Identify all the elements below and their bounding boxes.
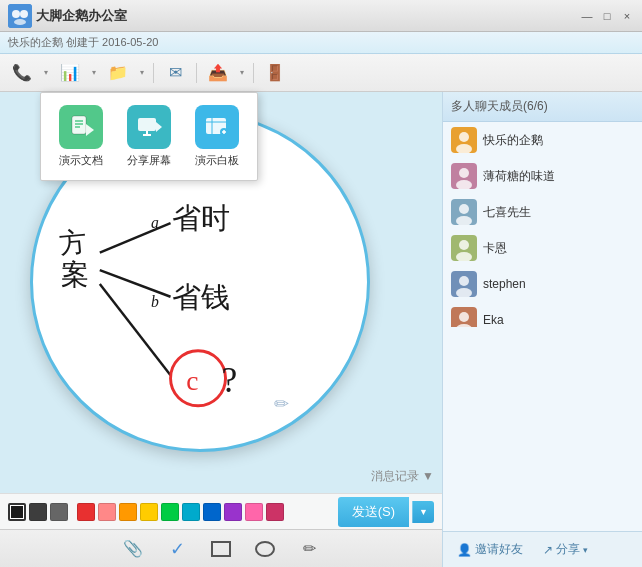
pen-tool[interactable]: ✏ [295,535,323,563]
svg-point-37 [459,168,469,178]
color-swatch-yellow[interactable] [140,503,158,521]
svg-text:省钱: 省钱 [172,281,230,313]
color-swatch-orange[interactable] [119,503,137,521]
ellipse-tool[interactable] [251,535,279,563]
color-swatch-pink[interactable] [245,503,263,521]
invite-icon: 👤 [457,543,472,557]
color-swatch-purple[interactable] [224,503,242,521]
svg-rect-4 [72,116,86,134]
svg-point-34 [256,542,274,556]
palette-bar: 发送(S) ▼ [0,493,442,529]
folder-button[interactable]: 📁 [102,58,134,88]
member-name: Eka [483,313,504,327]
color-swatch-black2[interactable] [29,503,47,521]
svg-rect-33 [212,542,230,556]
close-button[interactable]: × [620,9,634,23]
svg-point-35 [459,132,469,142]
svg-line-23 [100,270,171,297]
color-swatch-light-red[interactable] [98,503,116,521]
email-button[interactable]: ✉ [159,58,191,88]
message-history-link[interactable]: 消息记录 ▼ [371,468,434,485]
popup-item-screen[interactable]: 分享屏幕 [121,105,177,168]
share-dropdown[interactable]: ▾ [236,58,248,88]
popup-document-label: 演示文档 [59,153,103,168]
svg-line-24 [100,284,171,375]
exit-button[interactable]: 🚪 [259,58,291,88]
color-swatch-dark-pink[interactable] [266,503,284,521]
member-list: 快乐的企鹅 薄荷糖的味道 七喜先生 卡恩 [443,122,642,327]
chart-button[interactable]: 📊 [54,58,86,88]
color-swatch-teal[interactable] [182,503,200,521]
share-button[interactable]: ↗ 分享 ▾ [537,538,594,561]
svg-text:✏: ✏ [274,394,289,414]
svg-text:?: ? [222,360,238,400]
svg-text:省时: 省时 [172,202,230,234]
phone-icon: 📞 [12,63,32,82]
attach-tool[interactable]: 📎 [119,535,147,563]
exit-icon: 🚪 [265,63,285,82]
member-name: 薄荷糖的味道 [483,168,555,185]
chart-dropdown[interactable]: ▾ [88,58,100,88]
subtitle-text: 快乐的企鹅 创建于 2016-05-20 [8,35,158,50]
toolbar-divider-3 [253,63,254,83]
svg-text:b: b [151,293,159,310]
svg-line-22 [100,223,171,252]
color-swatch-gray[interactable] [50,503,68,521]
window-controls[interactable]: — □ × [580,9,634,23]
color-swatch-red[interactable] [77,503,95,521]
toolbar-divider-2 [196,63,197,83]
svg-point-39 [459,204,469,214]
share-button[interactable]: 📤 [202,58,234,88]
toolbar-divider-1 [153,63,154,83]
whiteboard-icon-box [195,105,239,149]
svg-point-2 [20,10,28,18]
app-title: 大脚企鹅办公室 [36,7,127,25]
chart-icon: 📊 [60,63,80,82]
popup-item-document[interactable]: 演示文档 [53,105,109,168]
member-item[interactable]: 七喜先生 [443,194,642,230]
member-item[interactable]: 薄荷糖的味道 [443,158,642,194]
svg-point-44 [456,288,472,297]
subtitle-bar: 快乐的企鹅 创建于 2016-05-20 [0,32,642,54]
avatar [451,271,477,297]
member-item[interactable]: Eka [443,302,642,327]
phone-dropdown[interactable]: ▾ [40,58,52,88]
invite-friend-button[interactable]: 👤 邀请好友 [451,538,529,561]
svg-rect-10 [138,118,156,131]
svg-point-40 [456,216,472,225]
title-bar: 大脚企鹅办公室 — □ × [0,0,642,32]
send-dropdown-button[interactable]: ▼ [412,501,434,523]
phone-button[interactable]: 📞 [6,58,38,88]
maximize-button[interactable]: □ [600,9,614,23]
popup-item-whiteboard[interactable]: 演示白板 [189,105,245,168]
minimize-button[interactable]: — [580,9,594,23]
svg-point-43 [459,276,469,286]
svg-point-36 [456,144,472,153]
svg-point-42 [456,252,472,261]
popup-screen-label: 分享屏幕 [127,153,171,168]
share-icon: ↗ [543,543,553,557]
send-button[interactable]: 发送(S) [338,497,409,527]
color-swatch-black1[interactable] [8,503,26,521]
svg-marker-9 [86,124,94,136]
document-icon-box [59,105,103,149]
app-avatar [8,4,32,28]
svg-point-45 [459,312,469,322]
member-item[interactable]: stephen [443,266,642,302]
email-icon: ✉ [169,63,182,82]
presentation-dropdown-popup: 演示文档 分享屏幕 [40,92,258,181]
folder-dropdown[interactable]: ▾ [136,58,148,88]
member-item[interactable]: 卡恩 [443,230,642,266]
svg-text:c: c [186,365,198,396]
rect-tool[interactable] [207,535,235,563]
check-tool[interactable]: ✓ [163,535,191,563]
sidebar-header: 多人聊天成员(6/6) [443,92,642,122]
member-item[interactable]: 快乐的企鹅 [443,122,642,158]
avatar [451,235,477,261]
member-name: 快乐的企鹅 [483,132,543,149]
folder-icon: 📁 [108,63,128,82]
right-sidebar: 多人聊天成员(6/6) 快乐的企鹅 薄荷糖的味道 七喜 [442,92,642,567]
color-swatch-green[interactable] [161,503,179,521]
share-label: 分享 [556,541,580,558]
color-swatch-blue[interactable] [203,503,221,521]
